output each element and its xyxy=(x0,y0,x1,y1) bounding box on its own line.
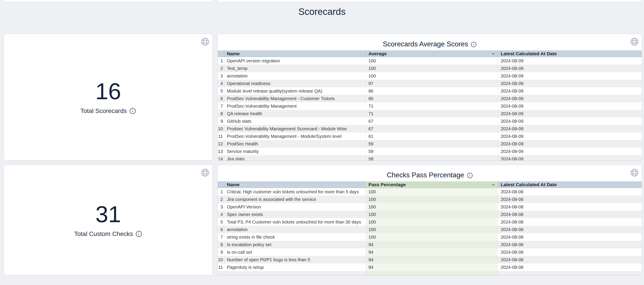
chevron-down-icon[interactable] xyxy=(491,51,496,56)
table-row[interactable]: 11ProdSec-Vulnerability Management - Mod… xyxy=(218,133,642,140)
table-header: Name Average Latest Calculated At Date xyxy=(218,50,642,57)
globe-icon[interactable] xyxy=(201,168,210,177)
row-value: 61 xyxy=(366,133,498,140)
table-row[interactable]: 3annotation1002024-08-09 xyxy=(218,72,642,80)
row-name: ProdSec-Vulnerability Management - Modul… xyxy=(224,133,366,140)
row-name: Operational readiness xyxy=(224,80,366,87)
table-row[interactable]: 9GitHub stats672024-08-09 xyxy=(218,117,642,125)
table-row[interactable]: 5Total P3, P4 Customer vuln tickets unto… xyxy=(218,218,642,226)
row-index: 5 xyxy=(218,87,224,95)
globe-icon[interactable] xyxy=(201,37,210,46)
table-row[interactable]: 2Test_temp1002024-08-09 xyxy=(218,65,642,72)
table-row[interactable]: 2Jira component is associated with the s… xyxy=(218,196,642,203)
header-value-label: Pass Percentage xyxy=(368,182,406,187)
clipped-card-above-right xyxy=(218,0,642,2)
row-value: 94 xyxy=(366,256,498,264)
row-index: 8 xyxy=(218,110,224,117)
globe-icon[interactable] xyxy=(630,168,639,177)
table-row[interactable]: 8QA release health712024-08-09 xyxy=(218,110,642,117)
row-value: 67 xyxy=(366,125,498,133)
table-row[interactable]: 11Pagerduty is setup942024-08-08 xyxy=(218,264,642,271)
table-body: 1Critical, High customer vuln tickets un… xyxy=(218,188,642,275)
dashboard-row-1: 16 Total Scorecards xyxy=(4,34,644,160)
table-row[interactable]: 13Service maturity592024-08-09 xyxy=(218,148,642,155)
row-name: OpenAPI version migration xyxy=(224,57,366,65)
total-scorecards-label: Total Scorecards xyxy=(80,107,136,115)
table-row[interactable]: 5Module level release quality(system rel… xyxy=(218,87,642,95)
table-row[interactable]: 10Prodsec Vulnerability Management Score… xyxy=(218,125,642,133)
table-row[interactable]: 4Operational readiness972024-08-09 xyxy=(218,80,642,87)
info-icon[interactable] xyxy=(471,41,477,47)
row-date: 2024-08-09 xyxy=(498,148,642,155)
row-index: 8 xyxy=(218,241,224,248)
row-name xyxy=(224,271,366,275)
clipped-card-above-left xyxy=(4,0,212,2)
table-body: 1OpenAPI version migration1002024-08-092… xyxy=(218,57,642,160)
row-index: 5 xyxy=(218,218,224,226)
row-name: Test_temp xyxy=(224,65,366,72)
table-row[interactable]: 4Spec owner exists1002024-08-08 xyxy=(218,211,642,218)
row-name: ProdSec Health xyxy=(224,140,366,148)
row-index: 1 xyxy=(218,188,224,196)
scorecards-dashboard: Scorecards 16 Total Scorecards xyxy=(0,0,644,285)
total-custom-checks-card: 31 Total Custom Checks xyxy=(4,165,212,275)
row-value: 100 xyxy=(366,57,498,65)
header-index-column xyxy=(218,50,224,57)
row-value: 94 xyxy=(366,241,498,248)
total-custom-checks-value: 31 xyxy=(95,203,121,226)
header-value-column[interactable]: Average xyxy=(366,50,498,57)
row-index: 7 xyxy=(218,233,224,241)
row-date: 2024-08-09 xyxy=(498,72,642,80)
row-value: 100 xyxy=(366,211,498,218)
table-row[interactable]: 3OpenAPI Version1002024-08-08 xyxy=(218,203,642,211)
row-value: 94 xyxy=(366,264,498,271)
header-date-column[interactable]: Latest Calculated At Date xyxy=(498,50,642,57)
header-value-column[interactable]: Pass Percentage xyxy=(366,181,498,188)
table-row[interactable]: 1Critical, High customer vuln tickets un… xyxy=(218,188,642,196)
row-value: 58 xyxy=(366,155,498,160)
row-value xyxy=(366,271,498,275)
row-value: 100 xyxy=(366,65,498,72)
table-row[interactable]: 6ProdSec Vulnerability Management - Cust… xyxy=(218,95,642,102)
row-value: 97 xyxy=(366,80,498,87)
row-name: Is escalation policy set xyxy=(224,241,366,248)
chevron-down-icon[interactable] xyxy=(491,182,496,187)
table-row[interactable]: 7string exists in file check1002024-08-0… xyxy=(218,233,642,241)
row-index: 2 xyxy=(218,65,224,72)
row-value: 86 xyxy=(366,87,498,95)
row-date: 2024-08-09 xyxy=(498,110,642,117)
row-date: 2024-08-08 xyxy=(498,203,642,211)
row-index: 14 xyxy=(218,155,224,160)
row-value: 100 xyxy=(366,203,498,211)
table-row[interactable]: 9Is on-call set942024-08-08 xyxy=(218,248,642,256)
row-date: 2024-08-08 xyxy=(498,233,642,241)
table-row[interactable]: 10Number of open P0/P1 bugs is less than… xyxy=(218,256,642,264)
row-index: 12 xyxy=(218,140,224,148)
row-name: Spec owner exists xyxy=(224,211,366,218)
stat-label-text: Total Custom Checks xyxy=(74,230,133,238)
header-date-column[interactable]: Latest Calculated At Date xyxy=(498,181,642,188)
globe-icon[interactable] xyxy=(630,37,639,46)
row-index: 4 xyxy=(218,80,224,87)
info-icon[interactable] xyxy=(467,172,473,178)
header-name-column[interactable]: Name xyxy=(224,181,366,188)
table-row[interactable]: 1OpenAPI version migration1002024-08-09 xyxy=(218,57,642,65)
table-row[interactable]: 8Is escalation policy set942024-08-08 xyxy=(218,241,642,248)
row-date: 2024-08-08 xyxy=(498,211,642,218)
table-row[interactable] xyxy=(218,271,642,275)
table-row[interactable]: 7ProdSec-Vulnerability Management712024-… xyxy=(218,102,642,110)
row-index: 13 xyxy=(218,148,224,155)
dashboard-row-2: 31 Total Custom Checks xyxy=(4,165,644,275)
info-icon[interactable] xyxy=(136,231,142,237)
table-row[interactable]: 12ProdSec Health592024-08-09 xyxy=(218,140,642,148)
table-title: Scorecards Average Scores xyxy=(218,38,642,50)
info-icon[interactable] xyxy=(129,108,136,114)
table-row[interactable]: 6annotation1002024-08-08 xyxy=(218,226,642,233)
row-date xyxy=(498,271,642,275)
row-date: 2024-08-09 xyxy=(498,125,642,133)
row-name: Pagerduty is setup xyxy=(224,264,366,271)
header-name-column[interactable]: Name xyxy=(224,50,366,57)
row-date: 2024-08-08 xyxy=(498,226,642,233)
table-row[interactable]: 14Jira stats582024-08-09 xyxy=(218,155,642,160)
row-value: 59 xyxy=(366,140,498,148)
